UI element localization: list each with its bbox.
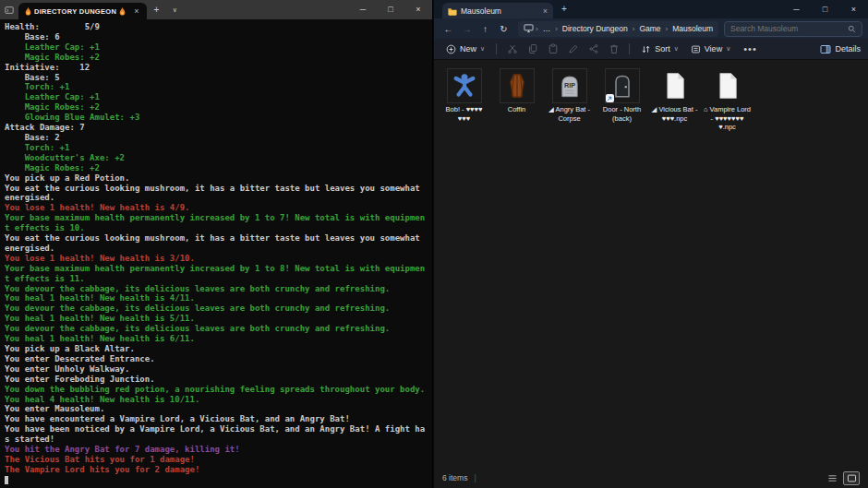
terminal-app-icon bbox=[0, 0, 18, 19]
new-plus-icon bbox=[446, 44, 456, 54]
terminal-line: You heal 1 health! New health is 6/11. bbox=[5, 334, 432, 344]
terminal-line: Initiative: 12 bbox=[5, 63, 432, 73]
terminal-line: You eat the curious looking mushroom, it… bbox=[5, 233, 432, 244]
details-button[interactable]: Details bbox=[820, 44, 861, 54]
terminal-line: You have encountered a Vampire Lord, a V… bbox=[5, 414, 432, 424]
terminal-line: Torch: +1 bbox=[5, 143, 432, 153]
forward-icon[interactable]: → bbox=[458, 24, 476, 34]
terminal-line: You eat the curious looking mushroom, it… bbox=[5, 184, 432, 194]
terminal-line: You lose 1 health! New health is 4/9. bbox=[5, 203, 432, 213]
terminal-line: You devour the cabbage, its delicious le… bbox=[5, 324, 432, 334]
flame-icon bbox=[119, 3, 126, 19]
terminal-output: Health: 5/9 Base: 6 Leather Cap: +1 Magi… bbox=[5, 22, 432, 475]
terminal-line: You have been noticed by a Vampire Lord,… bbox=[5, 424, 432, 434]
large-icons-view-icon[interactable] bbox=[843, 471, 860, 485]
copy-icon[interactable] bbox=[524, 41, 541, 58]
terminal-line: You pick up a Red Potion. bbox=[5, 173, 432, 184]
new-button[interactable]: New ∨ bbox=[441, 41, 489, 58]
delete-icon[interactable] bbox=[605, 41, 622, 58]
terminal-line: Base: 6 bbox=[5, 32, 432, 42]
terminal-line: You pick up a Black Altar. bbox=[5, 344, 432, 354]
terminal-line: You enter Mausoleum. bbox=[5, 404, 432, 414]
explorer-minimize-button[interactable]: ─ bbox=[782, 0, 811, 18]
breadcrumb-item-mausoleum[interactable]: Mausoleum bbox=[669, 24, 716, 33]
file-item-door-north-back[interactable]: Door - North (back) bbox=[596, 65, 648, 125]
terminal-line: t effects is 10. bbox=[5, 223, 432, 233]
breadcrumb-separator: › bbox=[632, 25, 636, 33]
terminal-tab[interactable]: DIRECTORY DUNGEON × bbox=[18, 3, 147, 19]
search-box[interactable] bbox=[724, 21, 862, 37]
view-icon bbox=[691, 44, 701, 54]
folder-icon bbox=[448, 3, 457, 19]
terminal-line: You heal 1 health! New health is 5/11. bbox=[5, 314, 432, 324]
explorer-tab-title: Mausoleum bbox=[461, 6, 539, 16]
terminal-tab-close-icon[interactable]: × bbox=[132, 6, 140, 16]
view-button-label: View bbox=[705, 44, 722, 54]
terminal-close-button[interactable]: × bbox=[404, 0, 432, 19]
explorer-navbar: ← → ↑ ↻ › … › Directory Dungeon › Game ›… bbox=[434, 18, 868, 39]
svg-text:RIP: RIP bbox=[563, 81, 574, 89]
file-label: Door - North (back) bbox=[596, 105, 648, 123]
terminal-line: Leather Cap: +1 bbox=[5, 92, 432, 102]
breadcrumb-separator: › bbox=[535, 25, 539, 33]
explorer-tabbar: Mausoleum × + ─ □ × bbox=[434, 0, 868, 18]
status-divider: | bbox=[474, 473, 476, 482]
breadcrumb-item-game[interactable]: Game bbox=[636, 24, 663, 33]
refresh-icon[interactable]: ↻ bbox=[495, 24, 512, 34]
tombstone-icon: RIP bbox=[552, 68, 587, 103]
breadcrumb-overflow[interactable]: … bbox=[540, 24, 554, 33]
explorer-window: Mausoleum × + ─ □ × ← → ↑ ↻ › … › Direct… bbox=[434, 0, 868, 488]
terminal-tab-dropdown-chevron-icon[interactable]: ∨ bbox=[165, 0, 184, 19]
door-icon bbox=[605, 68, 640, 103]
details-view-icon[interactable] bbox=[824, 471, 840, 485]
breadcrumb-item-directory-dungeon[interactable]: Directory Dungeon bbox=[560, 24, 631, 33]
explorer-maximize-button[interactable]: □ bbox=[811, 0, 839, 18]
search-icon bbox=[848, 25, 856, 33]
more-options-icon[interactable]: ••• bbox=[738, 43, 763, 54]
file-label: ◢ Vicious Bat - ♥♥♥.npc bbox=[648, 105, 701, 123]
explorer-tab[interactable]: Mausoleum × bbox=[442, 3, 553, 18]
terminal-line: Magic Robes: +2 bbox=[5, 102, 432, 113]
commandbar-divider bbox=[629, 43, 630, 54]
terminal-new-tab-button[interactable]: + bbox=[147, 0, 165, 19]
file-grid[interactable]: Bob! - ♥♥♥♥ ♥♥♥ Coffin RIP ◢ Angry Bat -… bbox=[434, 60, 868, 468]
paste-icon[interactable] bbox=[544, 41, 561, 58]
sort-button[interactable]: Sort ∨ bbox=[636, 41, 683, 58]
explorer-window-controls: ─ □ × bbox=[782, 0, 868, 18]
terminal-line: Base: 2 bbox=[5, 133, 432, 143]
chevron-down-icon: ∨ bbox=[480, 45, 485, 53]
explorer-new-tab-button[interactable]: + bbox=[561, 0, 567, 18]
back-icon[interactable]: ← bbox=[440, 24, 457, 34]
view-toggle-buttons bbox=[824, 471, 860, 485]
rename-icon[interactable] bbox=[564, 41, 582, 58]
file-item-vampire-lord[interactable]: ⌂ Vampire Lord - ♥♥♥♥♥♥♥ ♥.npc bbox=[701, 65, 753, 135]
up-icon[interactable]: ↑ bbox=[476, 24, 494, 34]
explorer-close-button[interactable]: × bbox=[839, 0, 868, 18]
view-button[interactable]: View ∨ bbox=[686, 41, 735, 58]
terminal-body[interactable]: Health: 5/9 Base: 6 Leather Cap: +1 Magi… bbox=[0, 19, 432, 485]
file-item-bob[interactable]: Bob! - ♥♥♥♥ ♥♥♥ bbox=[438, 65, 490, 125]
terminal-minimize-button[interactable]: ─ bbox=[349, 0, 377, 19]
file-item-angry-bat-corpse[interactable]: RIP ◢ Angry Bat - Corpse bbox=[543, 65, 596, 125]
file-item-vicious-bat[interactable]: ◢ Vicious Bat - ♥♥♥.npc bbox=[648, 65, 701, 125]
terminal-maximize-button[interactable]: □ bbox=[377, 0, 404, 19]
shortcut-overlay-icon bbox=[606, 94, 614, 102]
terminal-line: Glowing Blue Amulet: +3 bbox=[5, 113, 432, 123]
terminal-window: DIRECTORY DUNGEON × + ∨ ─ □ × Health: 5/… bbox=[0, 0, 433, 488]
person-icon bbox=[447, 68, 482, 103]
share-icon[interactable] bbox=[585, 41, 602, 58]
breadcrumb[interactable]: › … › Directory Dungeon › Game › Mausole… bbox=[518, 21, 718, 37]
search-input[interactable] bbox=[730, 24, 844, 33]
explorer-statusbar: 6 items | bbox=[434, 468, 868, 488]
details-pane-icon bbox=[820, 44, 831, 54]
explorer-tab-close-icon[interactable]: × bbox=[543, 6, 548, 16]
file-label: ⌂ Vampire Lord - ♥♥♥♥♥♥♥ ♥.npc bbox=[701, 105, 753, 132]
cut-icon[interactable] bbox=[503, 41, 521, 58]
this-pc-icon[interactable] bbox=[524, 24, 534, 33]
terminal-line: Woodcutter's Axe: +2 bbox=[5, 153, 432, 163]
document-icon bbox=[710, 68, 745, 103]
file-item-coffin[interactable]: Coffin bbox=[490, 65, 543, 117]
terminal-titlebar: DIRECTORY DUNGEON × + ∨ ─ □ × bbox=[0, 0, 432, 19]
explorer-commandbar: New ∨ Sort ∨ bbox=[434, 39, 868, 60]
terminal-line: Torch: +1 bbox=[5, 82, 432, 92]
